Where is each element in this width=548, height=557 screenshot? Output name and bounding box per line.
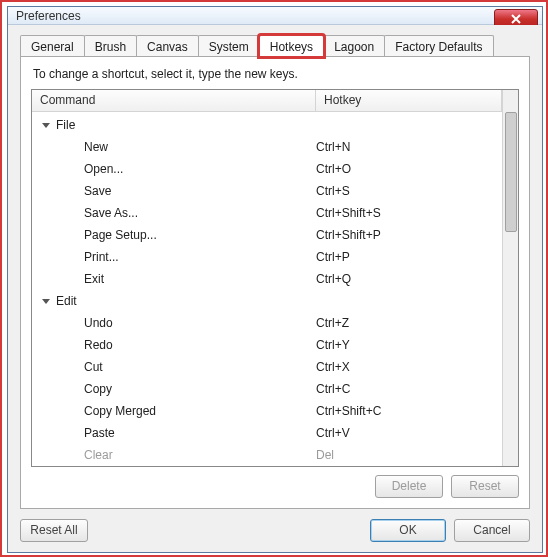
list-item[interactable]: Save As...Ctrl+Shift+S — [32, 202, 502, 224]
list-header: Command Hotkey — [32, 90, 502, 112]
group-edit[interactable]: Edit — [32, 290, 502, 312]
window-title: Preferences — [16, 9, 81, 23]
list-item[interactable]: RedoCtrl+Y — [32, 334, 502, 356]
reset-all-button[interactable]: Reset All — [20, 519, 88, 542]
reset-button[interactable]: Reset — [451, 475, 519, 498]
cancel-button[interactable]: Cancel — [454, 519, 530, 542]
tab-general[interactable]: General — [20, 35, 85, 57]
preferences-dialog: Preferences General Brush Canvas System … — [7, 6, 543, 553]
list-item[interactable]: ClearDel — [32, 444, 502, 466]
tab-brush[interactable]: Brush — [84, 35, 137, 57]
list-item[interactable]: NewCtrl+N — [32, 136, 502, 158]
col-hotkey[interactable]: Hotkey — [316, 90, 502, 111]
tab-hotkeys[interactable]: Hotkeys — [259, 35, 324, 57]
list-item[interactable]: UndoCtrl+Z — [32, 312, 502, 334]
list-item[interactable]: PasteCtrl+V — [32, 422, 502, 444]
tab-lagoon[interactable]: Lagoon — [323, 35, 385, 57]
group-file[interactable]: File — [32, 114, 502, 136]
close-icon — [511, 14, 521, 24]
group-label: Edit — [56, 294, 77, 308]
tabstrip: General Brush Canvas System Hotkeys Lago… — [20, 35, 530, 57]
hotkey-list[interactable]: Command Hotkey File NewCtrl+N Open...Ctr… — [32, 90, 502, 466]
list-item[interactable]: Copy MergedCtrl+Shift+C — [32, 400, 502, 422]
chevron-down-icon — [42, 123, 50, 128]
tabpage-hotkeys: To change a shortcut, select it, type th… — [20, 56, 530, 509]
list-item[interactable]: CutCtrl+X — [32, 356, 502, 378]
ok-button[interactable]: OK — [370, 519, 446, 542]
tab-system[interactable]: System — [198, 35, 260, 57]
tab-factory-defaults[interactable]: Factory Defaults — [384, 35, 493, 57]
tab-canvas[interactable]: Canvas — [136, 35, 199, 57]
list-item[interactable]: Page Setup...Ctrl+Shift+P — [32, 224, 502, 246]
chevron-down-icon — [42, 299, 50, 304]
list-item[interactable]: Open...Ctrl+O — [32, 158, 502, 180]
group-label: File — [56, 118, 75, 132]
list-item[interactable]: ExitCtrl+Q — [32, 268, 502, 290]
instruction-text: To change a shortcut, select it, type th… — [33, 67, 519, 81]
list-item[interactable]: CopyCtrl+C — [32, 378, 502, 400]
delete-button[interactable]: Delete — [375, 475, 443, 498]
vertical-scrollbar[interactable] — [502, 90, 518, 466]
scrollbar-thumb[interactable] — [505, 112, 517, 232]
col-command[interactable]: Command — [32, 90, 316, 111]
titlebar: Preferences — [8, 7, 542, 25]
list-item[interactable]: Print...Ctrl+P — [32, 246, 502, 268]
list-item[interactable]: SaveCtrl+S — [32, 180, 502, 202]
